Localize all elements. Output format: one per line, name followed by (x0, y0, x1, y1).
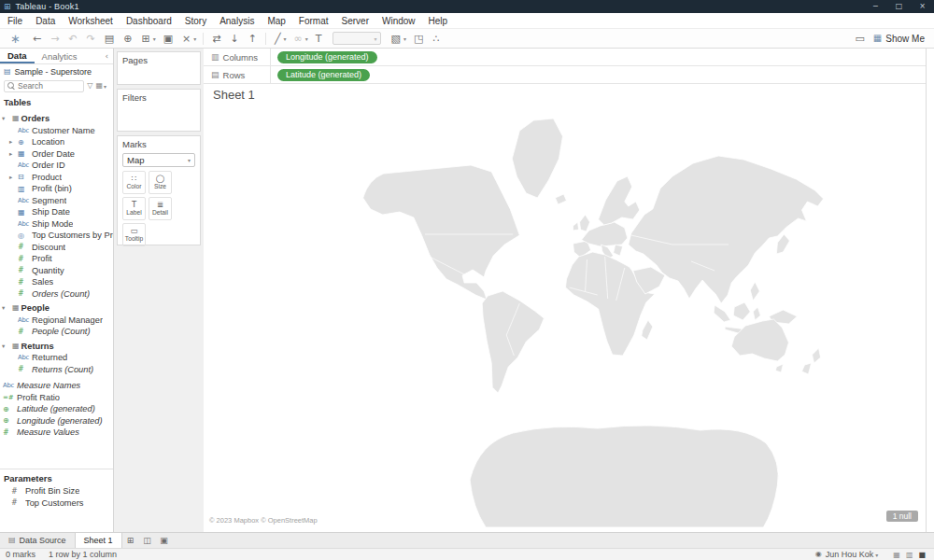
expand-icon[interactable]: ▸ (9, 150, 18, 158)
collapse-table-icon[interactable]: ▾ (2, 304, 10, 312)
null-indicator-badge[interactable]: 1 null (886, 511, 918, 522)
label-button[interactable]: T Label (122, 197, 146, 220)
field-ship-date[interactable]: ▦Ship Date (0, 206, 113, 218)
new-data-source-button[interactable]: ⊕ (123, 34, 132, 44)
field-profit-bin[interactable]: ▥Profit (bin) (0, 183, 113, 195)
show-mark-labels-button[interactable]: T (316, 34, 322, 44)
filter-fields-icon[interactable]: ▽ (87, 82, 92, 90)
field-segment[interactable]: AbcSegment (0, 195, 113, 207)
field-customer-name[interactable]: AbcCustomer Name (0, 125, 113, 137)
menu-dashboard[interactable]: Dashboard (120, 13, 178, 28)
size-button[interactable]: ◯ Size (149, 171, 172, 194)
menu-data[interactable]: Data (29, 13, 62, 28)
device-preview-icon[interactable]: ▭ (855, 34, 864, 44)
map-view[interactable]: © 2023 Mapbox © OpenStreetMap 1 null (204, 105, 926, 527)
pill-latitude-generated[interactable]: Latitude (generated) (277, 69, 370, 81)
parameter-profit-bin-size[interactable]: #Profit Bin Size (0, 485, 113, 497)
field-location[interactable]: ▸⊕Location (0, 136, 113, 148)
field-profit-ratio[interactable]: =#Profit Ratio (0, 392, 113, 404)
highlight-button[interactable]: ╱ (275, 34, 281, 44)
user-account-menu[interactable]: ◉ Jun Hou Kok ▾ (815, 550, 882, 559)
clear-sheet-button[interactable]: × (182, 34, 191, 44)
field-orders-count[interactable]: #Orders (Count) (0, 288, 113, 301)
table-people[interactable]: ▾ ▦ People (0, 302, 113, 315)
columns-shelf[interactable]: ▥ Columns Longitude (generated) (204, 49, 926, 66)
sort-ascending-button[interactable]: ↓ (231, 34, 239, 44)
minimize-button[interactable]: ─ (864, 0, 887, 13)
collapse-table-icon[interactable]: ▾ (2, 115, 10, 122)
menu-map[interactable]: Map (261, 13, 291, 28)
field-measure-values[interactable]: #Measure Values (0, 427, 113, 439)
tooltip-button[interactable]: ▭ Tooltip (122, 223, 146, 246)
show-hide-cards-button[interactable]: ▧ (391, 34, 401, 44)
expand-icon[interactable]: ▸ (9, 174, 18, 181)
data-source-item[interactable]: ▤ Sample - Superstore (0, 64, 113, 78)
chevron-down-icon[interactable]: ▾ (193, 35, 196, 42)
field-ship-mode[interactable]: AbcShip Mode (0, 218, 113, 231)
field-longitude-generated[interactable]: ⊕Longitude (generated) (0, 415, 113, 427)
filters-shelf[interactable]: Filters (117, 89, 201, 132)
pill-longitude-generated[interactable]: Longitude (generated) (277, 51, 377, 63)
pages-shelf[interactable]: Pages (117, 51, 201, 85)
field-returns-count[interactable]: #Returns (Count) (0, 364, 113, 376)
chevron-down-icon[interactable]: ▾ (403, 35, 406, 42)
expand-icon[interactable]: ▸ (9, 138, 18, 146)
menu-story[interactable]: Story (178, 13, 213, 28)
undo-button[interactable]: ↶ (68, 34, 77, 44)
search-input[interactable] (18, 81, 80, 91)
chevron-down-icon[interactable]: ▾ (104, 83, 106, 90)
menu-file[interactable]: File (0, 13, 29, 28)
table-returns[interactable]: ▾ ▦ Returns (0, 341, 113, 353)
field-measure-names[interactable]: AbcMeasure Names (0, 380, 113, 392)
menu-analysis[interactable]: Analysis (213, 13, 261, 28)
tab-data-source[interactable]: ▤ Data Source (0, 533, 75, 548)
field-latitude-generated[interactable]: ⊕Latitude (generated) (0, 403, 113, 415)
share-button[interactable]: ∴ (432, 34, 439, 44)
parameter-top-customers[interactable]: #Top Customers (0, 497, 113, 510)
new-story-tab-button[interactable]: ▣ (156, 533, 173, 548)
field-order-id[interactable]: AbcOrder ID (0, 160, 113, 172)
color-button[interactable]: ∷ Color (122, 171, 146, 194)
chevron-down-icon[interactable]: ▾ (284, 35, 287, 42)
chevron-down-icon[interactable]: ▾ (153, 35, 156, 42)
field-top-customers-set[interactable]: ◎Top Customers by Profit (0, 230, 113, 242)
field-order-date[interactable]: ▸▦Order Date (0, 148, 113, 161)
duplicate-button[interactable]: ▣ (163, 34, 173, 44)
show-filmstrip-icon[interactable]: ▥ (906, 551, 913, 559)
new-worksheet-tab-button[interactable]: ⊞ (122, 533, 139, 548)
maximize-button[interactable]: □ (887, 0, 911, 13)
field-regional-manager[interactable]: AbcRegional Manager (0, 315, 113, 327)
tab-data[interactable]: Data (0, 49, 35, 63)
field-discount[interactable]: #Discount (0, 242, 113, 254)
group-members-button[interactable]: ∞ (294, 34, 303, 44)
field-people-count[interactable]: #People (Count) (0, 326, 113, 338)
swap-rows-columns-button[interactable]: ⇄ (212, 34, 220, 44)
collapse-table-icon[interactable]: ▾ (2, 343, 10, 350)
field-profit[interactable]: #Profit (0, 253, 113, 265)
new-worksheet-button[interactable]: ⊞ (141, 34, 149, 44)
show-me-button[interactable]: ▦ Show Me (873, 34, 925, 44)
collapse-pane-icon[interactable]: ‹ (100, 49, 113, 63)
rows-shelf[interactable]: ▤ Rows Latitude (generated) (204, 66, 926, 84)
menu-window[interactable]: Window (375, 13, 422, 28)
menu-format[interactable]: Format (292, 13, 335, 28)
back-button[interactable]: ← (33, 34, 41, 44)
tab-sheet1[interactable]: Sheet 1 (75, 533, 122, 548)
show-tabs-icon[interactable]: ▦ (893, 551, 900, 559)
world-map[interactable] (204, 105, 926, 527)
menu-worksheet[interactable]: Worksheet (62, 13, 120, 28)
field-product[interactable]: ▸⊟Product (0, 172, 113, 184)
fit-selector[interactable]: ▾ (333, 32, 381, 45)
mark-type-dropdown[interactable]: Map ▾ (122, 153, 195, 167)
new-dashboard-tab-button[interactable]: ◫ (139, 533, 156, 548)
sheet-title[interactable]: Sheet 1 (204, 84, 926, 105)
close-button[interactable]: × (911, 0, 934, 13)
search-box[interactable] (4, 80, 84, 92)
menu-help[interactable]: Help (422, 13, 455, 28)
show-sheet-sorter-icon[interactable]: ■ (918, 551, 926, 559)
save-button[interactable]: ▤ (105, 34, 114, 44)
table-orders[interactable]: ▾ ▦ Orders (0, 113, 113, 125)
view-options-icon[interactable]: ▦ (95, 82, 103, 90)
forward-button[interactable]: → (50, 34, 59, 44)
menu-server[interactable]: Server (335, 13, 375, 28)
